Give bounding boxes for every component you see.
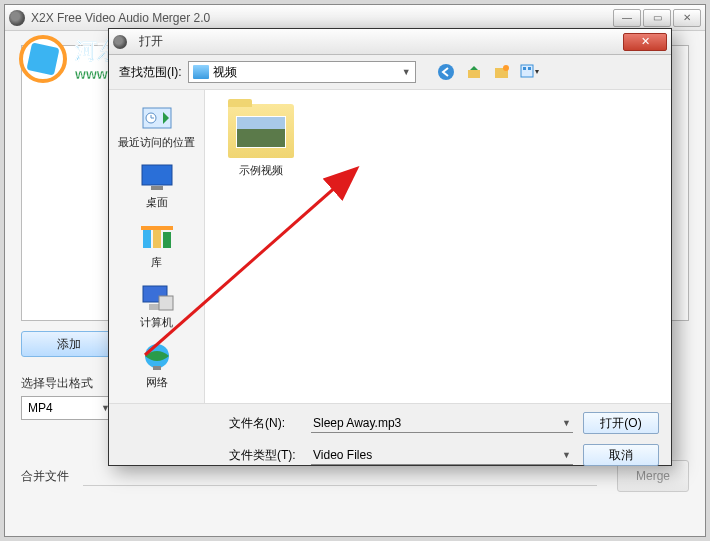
svg-rect-5 <box>523 67 526 70</box>
view-menu-icon[interactable] <box>520 62 540 82</box>
dialog-toolbar: 查找范围(I): 视频 ▼ <box>109 55 671 89</box>
new-folder-icon[interactable] <box>492 62 512 82</box>
close-button[interactable]: ✕ <box>673 9 701 27</box>
format-value: MP4 <box>28 401 53 415</box>
dialog-bottom: 文件名(N): Sleep Away.mp3 ▼ 打开(O) 文件类型(T): … <box>109 403 671 474</box>
filetype-select[interactable]: Video Files ▼ <box>311 445 573 465</box>
format-label: 选择导出格式 <box>21 375 93 392</box>
svg-rect-12 <box>153 228 161 248</box>
svg-point-0 <box>438 64 454 80</box>
svg-rect-6 <box>528 67 531 70</box>
chevron-down-icon: ▼ <box>562 450 571 460</box>
up-icon[interactable] <box>464 62 484 82</box>
place-label: 库 <box>151 255 162 270</box>
svg-rect-9 <box>142 165 172 185</box>
file-area[interactable]: 示例视频 <box>205 90 671 403</box>
svg-point-3 <box>503 65 509 71</box>
place-label: 网络 <box>146 375 168 390</box>
svg-rect-19 <box>153 366 161 370</box>
main-title: X2X Free Video Audio Merger 2.0 <box>31 11 613 25</box>
svg-rect-1 <box>468 70 480 78</box>
open-button[interactable]: 打开(O) <box>583 412 659 434</box>
place-computer[interactable]: 计算机 <box>115 278 199 334</box>
window-buttons: — ▭ ✕ <box>613 9 701 27</box>
dialog-title-text: 打开 <box>139 33 163 50</box>
look-in-select[interactable]: 视频 ▼ <box>188 61 416 83</box>
maximize-button[interactable]: ▭ <box>643 9 671 27</box>
filetype-value: Video Files <box>313 448 372 462</box>
svg-rect-4 <box>521 65 533 77</box>
dialog-titlebar: 打开 ✕ <box>109 29 671 55</box>
back-icon[interactable] <box>436 62 456 82</box>
look-in-value: 视频 <box>213 64 398 81</box>
folder-icon <box>193 65 209 79</box>
place-desktop[interactable]: 桌面 <box>115 158 199 214</box>
folder-label: 示例视频 <box>239 163 283 178</box>
minimize-button[interactable]: — <box>613 9 641 27</box>
place-label: 最近访问的位置 <box>118 135 195 150</box>
merge-label: 合并文件 <box>21 468 69 485</box>
svg-rect-14 <box>141 226 173 230</box>
chevron-down-icon: ▼ <box>402 67 411 77</box>
watermark-logo-icon <box>19 35 67 83</box>
add-button[interactable]: 添加 <box>21 331 117 357</box>
svg-rect-11 <box>143 230 151 248</box>
open-dialog: 打开 ✕ 查找范围(I): 视频 ▼ 最近访问的位置 桌面 <box>108 28 672 466</box>
dialog-icon <box>113 35 127 49</box>
place-network[interactable]: 网络 <box>115 338 199 394</box>
place-label: 桌面 <box>146 195 168 210</box>
folder-item[interactable]: 示例视频 <box>219 104 303 178</box>
chevron-down-icon: ▼ <box>562 418 571 428</box>
filetype-label: 文件类型(T): <box>121 447 301 464</box>
folder-icon <box>228 104 294 158</box>
svg-rect-10 <box>151 186 163 190</box>
svg-rect-17 <box>159 296 173 310</box>
place-libraries[interactable]: 库 <box>115 218 199 274</box>
places-bar: 最近访问的位置 桌面 库 计算机 网络 <box>109 90 205 403</box>
filename-label: 文件名(N): <box>121 415 301 432</box>
dialog-close-button[interactable]: ✕ <box>623 33 667 51</box>
app-icon <box>9 10 25 26</box>
place-label: 计算机 <box>140 315 173 330</box>
filename-input[interactable]: Sleep Away.mp3 ▼ <box>311 413 573 433</box>
place-recent[interactable]: 最近访问的位置 <box>115 98 199 154</box>
svg-rect-13 <box>163 232 171 248</box>
format-select[interactable]: MP4 ▼ <box>21 396 117 420</box>
filename-value: Sleep Away.mp3 <box>313 416 401 430</box>
look-in-label: 查找范围(I): <box>119 64 182 81</box>
cancel-button[interactable]: 取消 <box>583 444 659 466</box>
